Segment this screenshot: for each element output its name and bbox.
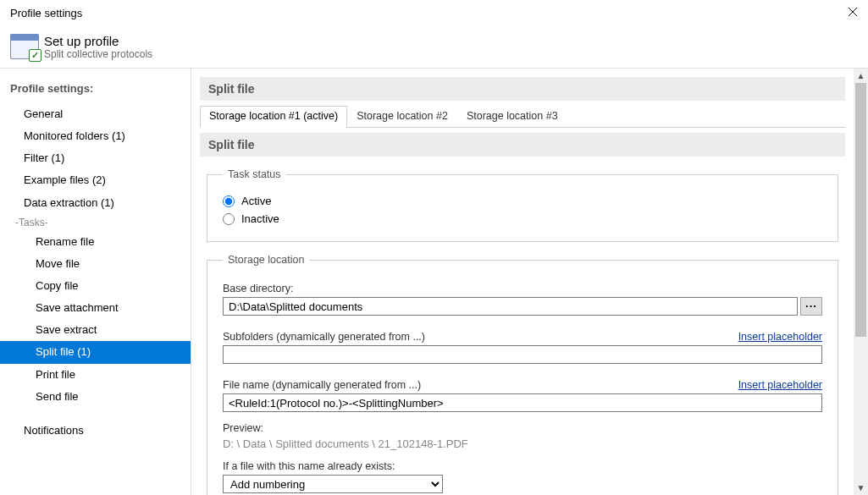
- task-status-legend: Task status: [223, 168, 286, 180]
- close-icon[interactable]: [848, 7, 858, 19]
- sidebar-item-print-file[interactable]: Print file: [0, 364, 191, 386]
- ellipsis-icon: ...: [805, 297, 817, 310]
- sidebar-item-general[interactable]: General: [0, 103, 191, 125]
- insert-placeholder-filename-link[interactable]: Insert placeholder: [738, 379, 822, 391]
- radio-active-input[interactable]: [223, 195, 235, 207]
- scrollbar-up-arrow-icon[interactable]: ▲: [854, 69, 868, 83]
- radio-inactive-label: Inactive: [241, 212, 279, 225]
- sidebar-item-split-file[interactable]: Split file (1): [0, 341, 191, 363]
- exists-label: If a file with this name already exists:: [223, 460, 822, 472]
- tab-storage-1[interactable]: Storage location #1 (active): [200, 106, 347, 128]
- sidebar-item-data-extraction[interactable]: Data extraction (1): [0, 192, 191, 214]
- window-title: Profile settings: [10, 7, 82, 19]
- sidebar-item-example-files[interactable]: Example files (2): [0, 169, 191, 191]
- radio-inactive[interactable]: Inactive: [223, 210, 822, 228]
- base-directory-label: Base directory:: [223, 283, 822, 294]
- sidebar-item-save-extract[interactable]: Save extract: [0, 319, 191, 341]
- tab-storage-2[interactable]: Storage location #2: [347, 106, 457, 128]
- browse-button[interactable]: ...: [800, 297, 822, 316]
- sidebar: Profile settings: General Monitored fold…: [0, 69, 191, 495]
- profile-icon: ✓: [10, 34, 39, 59]
- radio-active[interactable]: Active: [223, 192, 822, 210]
- page-title: Set up profile: [44, 34, 152, 48]
- inner-section-title: Split file: [200, 133, 845, 157]
- sidebar-section-tasks: -Tasks-: [0, 214, 191, 231]
- sidebar-item-send-file[interactable]: Send file: [0, 386, 191, 408]
- sidebar-item-filter[interactable]: Filter (1): [0, 147, 191, 169]
- filename-input[interactable]: [223, 393, 822, 412]
- sidebar-item-rename-file[interactable]: Rename file: [0, 231, 191, 253]
- sidebar-item-notifications[interactable]: Notifications: [0, 420, 191, 442]
- radio-active-label: Active: [241, 195, 271, 207]
- storage-tabs: Storage location #1 (active) Storage loc…: [200, 106, 845, 128]
- subfolders-label: Subfolders (dynamically generated from .…: [223, 331, 425, 343]
- sidebar-item-copy-file[interactable]: Copy file: [0, 275, 191, 297]
- section-title: Split file: [200, 77, 845, 101]
- preview-label: Preview:: [223, 422, 822, 434]
- insert-placeholder-subfolders-link[interactable]: Insert placeholder: [738, 331, 822, 343]
- sidebar-item-move-file[interactable]: Move file: [0, 253, 191, 275]
- tab-storage-3[interactable]: Storage location #3: [457, 106, 567, 128]
- task-status-group: Task status Active Inactive: [207, 168, 838, 242]
- scrollbar-down-arrow-icon[interactable]: ▼: [854, 481, 868, 495]
- page-subtitle: Split collective protocols: [44, 48, 152, 60]
- sidebar-item-save-attachment[interactable]: Save attachment: [0, 297, 191, 319]
- storage-location-group: Storage location Base directory: ... Sub…: [207, 254, 838, 495]
- scrollbar-thumb[interactable]: [855, 83, 866, 337]
- vertical-scrollbar[interactable]: ▲ ▼: [854, 69, 868, 495]
- base-directory-input[interactable]: [223, 297, 798, 316]
- radio-inactive-input[interactable]: [223, 213, 235, 225]
- preview-value: D: \ Data \ Splitted documents \ 21_1021…: [223, 437, 822, 450]
- main-panel: Split file Storage location #1 (active) …: [191, 69, 854, 495]
- sidebar-heading: Profile settings:: [0, 77, 191, 103]
- filename-label: File name (dynamically generated from ..…: [223, 379, 421, 391]
- subfolders-input[interactable]: [223, 345, 822, 364]
- exists-combo[interactable]: Add numbering: [223, 475, 443, 493]
- sidebar-item-monitored-folders[interactable]: Monitored folders (1): [0, 125, 191, 147]
- storage-location-legend: Storage location: [223, 254, 309, 266]
